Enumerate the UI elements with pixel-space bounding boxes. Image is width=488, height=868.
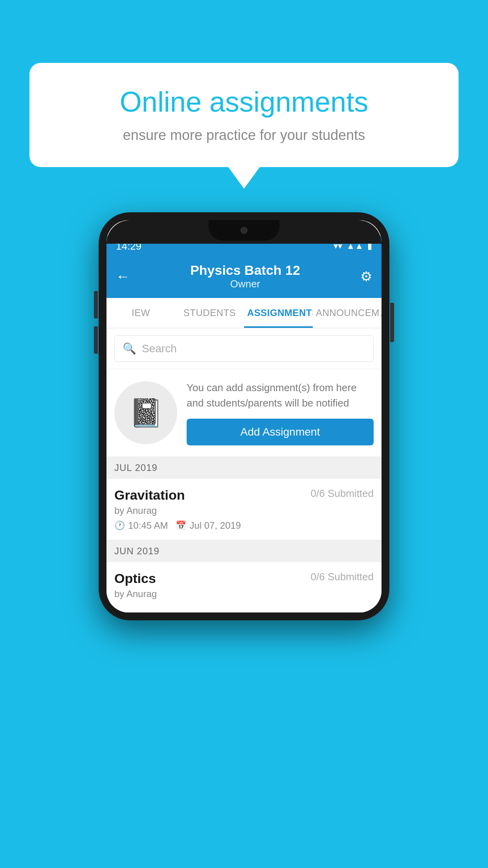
phone-content: 🔍 Search 📓 You can add assignment(s) fro… [106,328,382,612]
time-item: 🕐 10:45 AM [114,520,168,531]
search-placeholder: Search [142,342,177,355]
assignment-author-gravitation: by Anurag [114,505,374,516]
tab-announcements[interactable]: ANNOUNCEM… [313,298,382,328]
empty-text-area: You can add assignment(s) from here and … [187,380,374,445]
assignment-name-gravitation: Gravitation [114,487,185,503]
assignment-time: 10:45 AM [128,520,168,531]
section-jun-2019: JUN 2019 [106,540,382,562]
phone-notch [209,220,279,241]
assignment-item-gravitation[interactable]: Gravitation 0/6 Submitted by Anurag 🕐 10… [106,479,382,540]
speech-bubble: Online assignments ensure more practice … [29,63,459,167]
phone-outer: 14:29 ▾▾ ▲▲ ▮ ← Physics Batch 12 Owner ⚙… [99,212,389,620]
clock-icon: 🕐 [114,520,125,531]
search-input-wrap[interactable]: 🔍 Search [114,335,374,362]
empty-state-icon-circle: 📓 [114,381,177,444]
assignment-submitted-gravitation: 0/6 Submitted [311,487,374,500]
assignment-submitted-optics: 0/6 Submitted [311,571,374,583]
calendar-icon: 📅 [176,520,186,531]
phone-notch-bar [106,220,382,244]
front-camera [240,227,248,234]
add-assignment-button[interactable]: Add Assignment [187,419,374,445]
volume-btn-up [94,291,98,318]
volume-btn-down [94,326,98,354]
header-center: Physics Batch 12 Owner [130,263,360,290]
assignment-name-optics: Optics [114,571,156,586]
tabs-row: IEW STUDENTS ASSIGNMENTS ANNOUNCEM… [106,298,382,328]
tab-assignments[interactable]: ASSIGNMENTS [244,298,313,328]
speech-bubble-subtitle: ensure more practice for your students [57,127,431,143]
phone-device: 14:29 ▾▾ ▲▲ ▮ ← Physics Batch 12 Owner ⚙… [99,212,389,620]
notebook-icon: 📓 [129,397,163,429]
assignment-item-optics[interactable]: Optics 0/6 Submitted by Anurag [106,562,382,612]
batch-subtitle: Owner [130,278,360,290]
speech-bubble-area: Online assignments ensure more practice … [29,63,459,189]
empty-description: You can add assignment(s) from here and … [187,380,374,411]
empty-state: 📓 You can add assignment(s) from here an… [106,369,382,457]
settings-icon[interactable]: ⚙ [360,268,372,284]
speech-bubble-title: Online assignments [57,86,431,118]
search-icon: 🔍 [123,342,136,355]
power-btn [390,303,394,342]
tab-iew[interactable]: IEW [106,298,175,328]
section-label-jun: JUN 2019 [114,546,160,556]
assignment-top-row-optics: Optics 0/6 Submitted [114,571,374,586]
assignment-time-row: 🕐 10:45 AM 📅 Jul 07, 2019 [114,520,374,531]
speech-bubble-tail [228,167,260,189]
section-jul-2019: JUL 2019 [106,457,382,479]
phone-screen: 14:29 ▾▾ ▲▲ ▮ ← Physics Batch 12 Owner ⚙… [106,220,382,612]
assignment-top-row: Gravitation 0/6 Submitted [114,487,374,503]
app-header: ← Physics Batch 12 Owner ⚙ [106,256,382,298]
search-bar: 🔍 Search [106,328,382,369]
date-item: 📅 Jul 07, 2019 [176,520,241,531]
tab-students[interactable]: STUDENTS [175,298,244,328]
batch-title: Physics Batch 12 [130,263,360,278]
section-label-jul: JUL 2019 [114,462,158,473]
back-button[interactable]: ← [116,268,130,285]
assignment-date: Jul 07, 2019 [189,520,241,531]
assignment-author-optics: by Anurag [114,588,374,600]
